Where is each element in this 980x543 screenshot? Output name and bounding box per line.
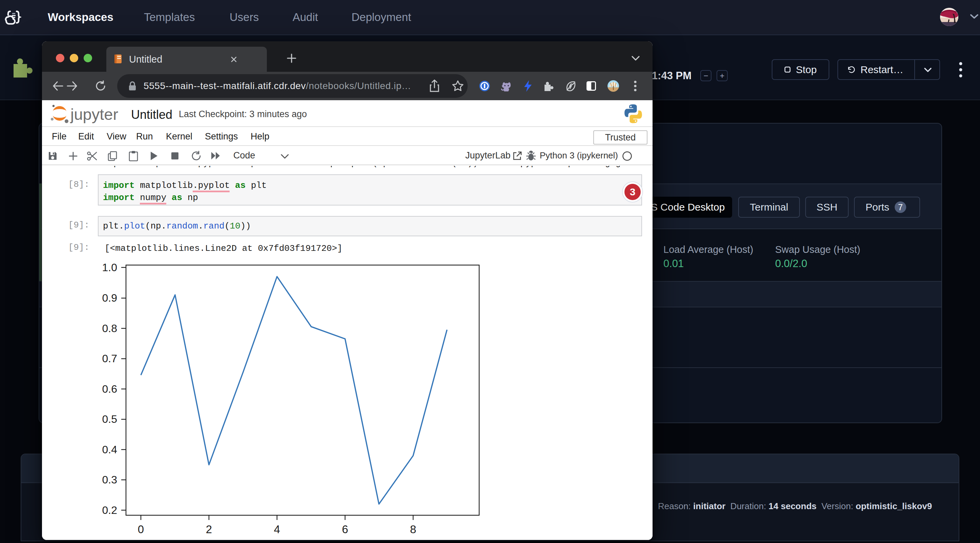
svg-text:0: 0: [138, 523, 144, 535]
svg-text:0.4: 0.4: [102, 443, 117, 456]
svg-text:0.8: 0.8: [102, 322, 117, 335]
svg-text:2: 2: [206, 523, 212, 535]
svg-text:0.7: 0.7: [102, 352, 117, 365]
svg-text:0.3: 0.3: [102, 473, 117, 486]
svg-text:8: 8: [410, 523, 416, 535]
svg-text:0.6: 0.6: [102, 383, 117, 395]
svg-text:0.5: 0.5: [102, 413, 117, 425]
svg-text:1.0: 1.0: [102, 261, 117, 273]
svg-text:0.2: 0.2: [102, 504, 117, 516]
svg-text:0.9: 0.9: [102, 292, 117, 304]
svg-text:6: 6: [342, 523, 348, 535]
svg-text:4: 4: [274, 523, 280, 535]
